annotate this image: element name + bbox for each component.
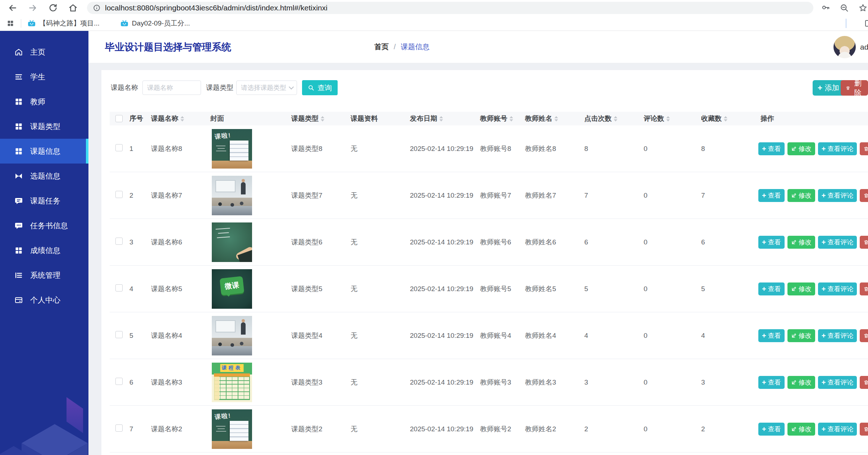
delete-button[interactable]: 删除: [860, 423, 868, 436]
column-label: 评论数: [644, 114, 664, 123]
row-checkbox[interactable]: [115, 378, 123, 385]
edit-pencil-icon: [791, 193, 797, 198]
bookmark-label: 【码神之路】项目...: [39, 19, 100, 28]
apps-grid-icon[interactable]: [6, 19, 14, 27]
edit-button[interactable]: 修改: [787, 282, 815, 295]
sort-carets-icon[interactable]: [724, 116, 727, 121]
sidebar-item-任务书信息[interactable]: 任务书信息: [0, 213, 88, 238]
bookmark-item[interactable]: 【码神之路】项目...: [28, 19, 100, 28]
delete-button[interactable]: 删除: [860, 282, 868, 295]
view-button[interactable]: +查看: [758, 423, 785, 436]
edit-pencil-icon: [791, 333, 797, 339]
view-button[interactable]: +查看: [758, 189, 785, 202]
edit-button[interactable]: 修改: [787, 236, 815, 249]
view-button[interactable]: +查看: [758, 376, 785, 389]
column-header-教师姓名[interactable]: 教师姓名: [521, 114, 581, 123]
bookmark-star-icon[interactable]: [858, 3, 868, 13]
edit-button[interactable]: 修改: [787, 329, 815, 342]
table-row: 6 课题名称3 课程表 课题类型3 无 2025-02-14 10:29:19 …: [110, 359, 868, 406]
row-checkbox[interactable]: [115, 284, 123, 291]
cell-favorites: 2: [698, 425, 757, 433]
sidebar-item-课题任务[interactable]: 课题任务: [0, 188, 88, 213]
password-key-icon[interactable]: [821, 3, 831, 13]
delete-button[interactable]: 删除: [860, 236, 868, 249]
search-button[interactable]: 查询: [302, 80, 338, 95]
edit-button[interactable]: 修改: [787, 142, 815, 155]
row-checkbox[interactable]: [115, 144, 123, 151]
cell-topic-name: 课题名称4: [147, 331, 207, 340]
zoom-out-icon[interactable]: [839, 3, 849, 13]
site-info-icon[interactable]: [93, 4, 101, 12]
row-checkbox[interactable]: [115, 424, 123, 432]
sidebar-item-课题信息[interactable]: 课题信息: [0, 139, 88, 164]
row-checkbox[interactable]: [115, 331, 123, 338]
sort-carets-icon[interactable]: [321, 116, 324, 121]
cover-cell: 微课: [207, 269, 288, 309]
bulk-delete-button[interactable]: 删除: [841, 80, 868, 96]
sort-carets-icon[interactable]: [666, 116, 670, 121]
delete-button[interactable]: 删除: [860, 329, 868, 342]
column-header-点击次数[interactable]: 点击次数: [581, 114, 640, 123]
sidebar-item-选题信息[interactable]: 选题信息: [0, 164, 88, 188]
breadcrumb-current[interactable]: 课题信息: [401, 42, 430, 52]
edit-button[interactable]: 修改: [787, 189, 815, 202]
delete-button[interactable]: 删除: [860, 142, 868, 155]
add-button[interactable]: + 添加: [813, 80, 844, 96]
back-icon[interactable]: [6, 2, 19, 14]
user-box[interactable]: admin: [833, 36, 868, 58]
view-button[interactable]: +查看: [758, 282, 785, 295]
forward-icon[interactable]: [27, 2, 39, 14]
checkbox-cell: [110, 378, 126, 387]
column-header-教师账号[interactable]: 教师账号: [476, 114, 521, 123]
breadcrumb-home[interactable]: 首页: [374, 42, 389, 52]
delete-button[interactable]: 删除: [860, 376, 868, 389]
view-button[interactable]: +查看: [758, 236, 785, 249]
home-icon[interactable]: [67, 2, 79, 14]
column-header-课题名称[interactable]: 课题名称: [147, 114, 207, 123]
view-button[interactable]: +查看: [758, 329, 785, 342]
sidebar-item-主页[interactable]: 主页: [0, 40, 88, 64]
row-checkbox[interactable]: [115, 238, 123, 245]
column-header-评论数[interactable]: 评论数: [640, 114, 698, 123]
address-bar[interactable]: localhost:8080/springboot43iesc6b/admin/…: [87, 2, 813, 14]
sidebar-item-系统管理[interactable]: 系统管理: [0, 263, 88, 288]
avatar[interactable]: [833, 36, 856, 58]
cell-teacher-account: 教师账号3: [476, 378, 521, 387]
topic-name-input[interactable]: [142, 81, 201, 95]
view-comments-button[interactable]: +查看评论: [818, 142, 857, 155]
view-comments-button[interactable]: +查看评论: [818, 189, 857, 202]
view-button[interactable]: +查看: [758, 142, 785, 155]
reload-icon[interactable]: [47, 2, 59, 14]
column-header-收藏数[interactable]: 收藏数: [698, 114, 757, 123]
sort-carets-icon[interactable]: [554, 116, 558, 121]
cover-image: 课啦!: [212, 409, 252, 449]
plus-icon: +: [822, 285, 826, 293]
bookmark-item[interactable]: Day02-09-员工分...: [120, 19, 190, 28]
sidebar-item-学生[interactable]: 学生: [0, 64, 88, 89]
screenshot-root: { "browser": { "url": "localhost:8080/sp…: [0, 0, 868, 455]
sort-carets-icon[interactable]: [510, 116, 513, 121]
sidebar-item-个人中心[interactable]: 个人中心: [0, 288, 88, 312]
view-comments-button[interactable]: +查看评论: [818, 236, 857, 249]
column-header-发布日期[interactable]: 发布日期: [406, 114, 476, 123]
row-checkbox[interactable]: [115, 191, 123, 198]
select-all-checkbox[interactable]: [115, 115, 123, 122]
sidebar-item-成绩信息[interactable]: 成绩信息: [0, 238, 88, 263]
edit-button[interactable]: 修改: [787, 423, 815, 436]
sidebar-item-课题类型[interactable]: 课题类型: [0, 114, 88, 139]
reading-list-icon[interactable]: [864, 19, 868, 28]
sort-carets-icon[interactable]: [614, 116, 617, 121]
view-comments-button[interactable]: +查看评论: [818, 329, 857, 342]
edit-button[interactable]: 修改: [787, 376, 815, 389]
delete-button[interactable]: 删除: [860, 189, 868, 202]
topic-type-select[interactable]: 请选择课题类型: [236, 81, 297, 95]
sidebar-item-教师[interactable]: 教师: [0, 89, 88, 114]
cell-teacher-account: 教师账号6: [476, 238, 521, 247]
sort-carets-icon[interactable]: [439, 116, 443, 121]
view-comments-button[interactable]: +查看评论: [818, 282, 857, 295]
view-comments-button[interactable]: +查看评论: [818, 376, 857, 389]
column-header-课题类型[interactable]: 课题类型: [288, 114, 347, 123]
list-icon: [14, 73, 23, 81]
view-comments-button[interactable]: +查看评论: [818, 423, 857, 436]
sort-carets-icon[interactable]: [181, 116, 184, 121]
